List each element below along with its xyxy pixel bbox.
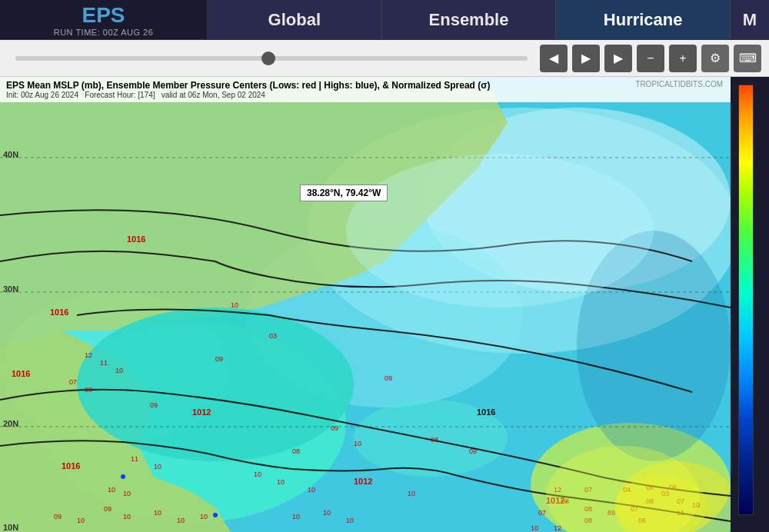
lat-10n: 10N [3,523,18,532]
svg-text:10: 10 [154,509,161,517]
svg-text:1016: 1016 [127,234,145,244]
svg-text:1016: 1016 [50,308,68,317]
valid-label: valid at 06z Mon, Sep 02 2024 [161,91,265,99]
nav-tabs: Global Ensemble Hurricane M [208,0,769,39]
scale-label-2: 2 [732,183,737,191]
svg-text:1016: 1016 [12,369,30,378]
svg-text:11: 11 [131,455,138,463]
coordinate-tooltip: 38.28°N, 79.42°W [300,185,388,201]
run-time: RUN TIME: 00Z AUG 26 [54,28,154,37]
color-scale: 2.6 2.4 2.2 2 1.8 1.6 1.4 1.2 1 0.8 0.6 … [731,77,769,532]
svg-text:07: 07 [538,509,546,517]
minus-button[interactable]: − [637,45,664,72]
svg-text:08: 08 [85,386,92,394]
settings-button[interactable]: ⚙ [701,45,729,72]
forecast-label: Forecast Hour: [174] [85,91,155,99]
svg-text:09: 09 [384,374,392,382]
svg-text:1012: 1012 [192,407,211,417]
svg-text:03: 03 [269,332,277,340]
tab-hurricane[interactable]: Hurricane [556,0,731,39]
svg-text:09: 09 [104,505,112,513]
forward-button[interactable]: ▶ [604,45,632,72]
watermark: TROPICALTIDBITS.COM [635,80,723,88]
svg-text:10: 10 [77,517,85,524]
lat-20n: 20N [3,419,18,428]
svg-point-71 [121,474,125,479]
svg-point-72 [213,513,218,517]
toolbar: ◀ ▶ ▶ − + ⚙ ⌨ [0,40,769,77]
svg-text:09: 09 [469,447,477,455]
svg-point-8 [77,308,354,461]
svg-text:10: 10 [346,517,354,524]
play-button[interactable]: ▶ [572,45,600,72]
svg-text:10: 10 [123,513,131,520]
svg-text:10: 10 [531,524,538,532]
svg-text:10: 10 [254,470,261,478]
svg-text:10: 10 [108,486,115,494]
svg-text:10: 10 [292,513,300,520]
map-subtitle: Init: 00z Aug 26 2024 Forecast Hour: [17… [6,91,724,99]
svg-text:10: 10 [123,490,131,497]
scale-label-1: 1 [732,348,737,357]
svg-text:10: 10 [177,517,185,524]
svg-text:12: 12 [554,524,561,532]
svg-text:07: 07 [69,378,77,386]
svg-text:1012: 1012 [354,477,372,486]
logo-area: EPS RUN TIME: 00Z AUG 26 [0,0,208,39]
svg-text:10: 10 [277,478,285,486]
svg-text:09: 09 [150,401,158,409]
tab-global[interactable]: Global [208,0,382,39]
slider-track[interactable] [15,56,528,61]
header: EPS RUN TIME: 00Z AUG 26 Global Ensemble… [0,0,769,40]
svg-point-78 [346,154,654,308]
keyboard-button[interactable]: ⌨ [734,45,761,72]
lat-30n: 30N [3,284,18,294]
svg-text:10: 10 [308,486,315,494]
logo-title: EPS [82,3,125,28]
tab-ensemble[interactable]: Ensemble [382,0,557,39]
svg-text:08: 08 [292,447,300,455]
svg-text:08: 08 [431,436,438,444]
map-svg: 1016 1016 1016 1016 1012 1012 1012‐ 1016… [0,77,731,532]
map-background: 1016 1016 1016 1016 1012 1012 1012‐ 1016… [0,77,731,532]
init-label: Init: 00z Aug 26 2024 [6,91,78,99]
back-button[interactable]: ◀ [540,45,568,72]
tab-more[interactable]: M [731,0,769,39]
plus-button[interactable]: + [669,45,697,72]
svg-text:09: 09 [331,424,338,432]
svg-text:12: 12 [85,351,92,359]
svg-text:11: 11 [100,359,108,367]
map-title: EPS Mean MSLP (mb), Ensemble Member Pres… [6,80,724,91]
svg-text:10: 10 [154,463,161,470]
svg-text:10: 10 [323,509,331,517]
colorscale-bar [738,85,754,515]
svg-text:09: 09 [215,355,223,363]
svg-text:10: 10 [115,367,123,374]
svg-text:10: 10 [354,440,361,447]
svg-text:1016: 1016 [477,407,495,417]
info-bar: EPS Mean MSLP (mb), Ensemble Member Pres… [0,77,731,102]
map-container[interactable]: 1016 1016 1016 1016 1012 1012 1012‐ 1016… [0,77,769,532]
svg-text:10: 10 [408,490,415,497]
svg-text:09: 09 [54,513,62,520]
svg-text:10: 10 [200,513,208,520]
svg-text:10: 10 [231,301,238,309]
lat-40n: 40N [3,150,18,159]
slider-thumb[interactable] [261,52,275,65]
svg-text:1016: 1016 [62,461,80,470]
